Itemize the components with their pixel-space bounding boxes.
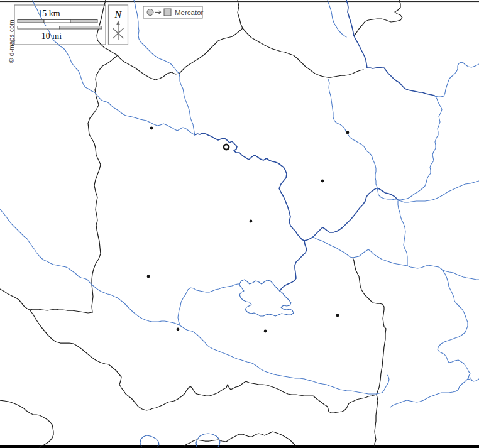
city-dot [336, 314, 339, 317]
city-dot [346, 131, 350, 134]
north-label: N [114, 9, 123, 19]
city-dot [150, 127, 153, 130]
water-bodies [140, 280, 294, 447]
projection-label: Mercator [175, 9, 204, 16]
rivers [0, 0, 479, 407]
outline-map: 15 km 10 mi N Merca [0, 0, 479, 448]
projection-circle-icon [147, 9, 153, 16]
scale-mi-label: 10 mi [41, 31, 62, 41]
copyright-text: © d-maps.com [8, 19, 15, 63]
scale-bar: 15 km 10 mi [18, 9, 102, 41]
city-dot [264, 330, 267, 333]
projection-legend: Mercator [147, 9, 204, 16]
boundary-lines [0, 0, 402, 447]
city-dot [147, 275, 150, 278]
city-dot [250, 220, 253, 223]
main-rivers [195, 0, 434, 291]
scale-km-label: 15 km [38, 9, 60, 18]
city-dot [321, 180, 324, 183]
map-page: 15 km 10 mi N Merca [0, 0, 479, 448]
compass-rose-icon [113, 21, 124, 41]
city-dot [177, 328, 180, 331]
top-border-line [0, 1, 479, 2]
bottom-black-bar [0, 445, 479, 448]
projection-arrow-icon [155, 11, 161, 14]
north-compass: N [113, 9, 124, 40]
capital-city-marker [224, 145, 229, 150]
projection-square-icon [164, 9, 171, 16]
